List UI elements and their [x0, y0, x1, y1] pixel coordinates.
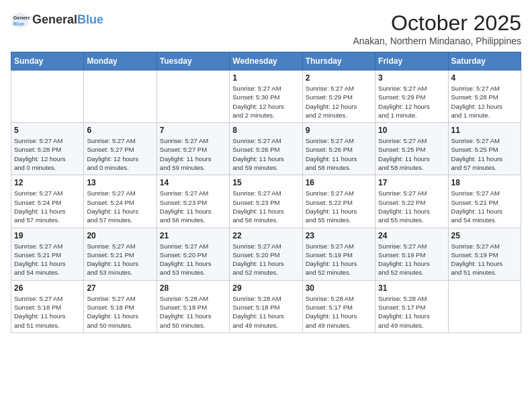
- day-number: 3: [378, 73, 445, 83]
- day-number: 31: [378, 283, 445, 293]
- table-row: 25Sunrise: 5:27 AM Sunset: 5:19 PM Dayli…: [448, 228, 521, 280]
- table-row: 4Sunrise: 5:27 AM Sunset: 5:28 PM Daylig…: [448, 71, 521, 123]
- table-row: 6Sunrise: 5:27 AM Sunset: 5:27 PM Daylig…: [84, 123, 157, 175]
- day-info: Sunrise: 5:27 AM Sunset: 5:24 PM Dayligh…: [14, 189, 81, 224]
- table-row: [157, 71, 229, 123]
- day-info: Sunrise: 5:27 AM Sunset: 5:27 PM Dayligh…: [160, 136, 226, 172]
- day-info: Sunrise: 5:27 AM Sunset: 5:29 PM Dayligh…: [306, 84, 372, 120]
- table-row: 22Sunrise: 5:27 AM Sunset: 5:20 PM Dayli…: [230, 228, 302, 280]
- day-number: 18: [451, 178, 518, 187]
- col-wednesday: Wednesday: [230, 52, 302, 71]
- day-info: Sunrise: 5:27 AM Sunset: 5:28 PM Dayligh…: [451, 84, 518, 120]
- table-row: 28Sunrise: 5:28 AM Sunset: 5:18 PM Dayli…: [157, 280, 229, 332]
- day-info: Sunrise: 5:27 AM Sunset: 5:21 PM Dayligh…: [451, 189, 518, 224]
- day-number: 22: [232, 231, 299, 240]
- table-row: 3Sunrise: 5:27 AM Sunset: 5:29 PM Daylig…: [375, 71, 448, 123]
- table-row: 27Sunrise: 5:27 AM Sunset: 5:18 PM Dayli…: [84, 280, 157, 332]
- day-number: 1: [232, 73, 299, 83]
- day-info: Sunrise: 5:27 AM Sunset: 5:26 PM Dayligh…: [232, 136, 299, 172]
- col-monday: Monday: [84, 52, 157, 71]
- day-number: 10: [378, 126, 445, 135]
- day-info: Sunrise: 5:27 AM Sunset: 5:30 PM Dayligh…: [232, 84, 299, 120]
- day-number: 11: [451, 126, 518, 135]
- day-info: Sunrise: 5:27 AM Sunset: 5:20 PM Dayligh…: [160, 242, 226, 277]
- table-row: 21Sunrise: 5:27 AM Sunset: 5:20 PM Dayli…: [157, 228, 229, 280]
- day-number: 30: [306, 283, 372, 293]
- table-row: 20Sunrise: 5:27 AM Sunset: 5:21 PM Dayli…: [84, 228, 157, 280]
- day-number: 9: [306, 126, 372, 135]
- calendar-week-row: 12Sunrise: 5:27 AM Sunset: 5:24 PM Dayli…: [11, 175, 521, 228]
- day-info: Sunrise: 5:27 AM Sunset: 5:19 PM Dayligh…: [378, 242, 445, 277]
- table-row: 8Sunrise: 5:27 AM Sunset: 5:26 PM Daylig…: [230, 123, 302, 175]
- table-row: 16Sunrise: 5:27 AM Sunset: 5:22 PM Dayli…: [302, 175, 375, 228]
- day-info: Sunrise: 5:27 AM Sunset: 5:18 PM Dayligh…: [87, 294, 153, 330]
- day-info: Sunrise: 5:27 AM Sunset: 5:18 PM Dayligh…: [14, 294, 81, 330]
- table-row: 19Sunrise: 5:27 AM Sunset: 5:21 PM Dayli…: [11, 228, 84, 280]
- table-row: [84, 71, 157, 123]
- table-row: 2Sunrise: 5:27 AM Sunset: 5:29 PM Daylig…: [302, 71, 375, 123]
- day-number: 2: [306, 73, 372, 83]
- table-row: 31Sunrise: 5:28 AM Sunset: 5:17 PM Dayli…: [375, 280, 448, 332]
- logo: General Blue GeneralBlue: [11, 11, 103, 30]
- table-row: [11, 71, 84, 123]
- table-row: 18Sunrise: 5:27 AM Sunset: 5:21 PM Dayli…: [448, 175, 521, 228]
- table-row: 15Sunrise: 5:27 AM Sunset: 5:23 PM Dayli…: [230, 175, 302, 228]
- calendar-table: Sunday Monday Tuesday Wednesday Thursday…: [11, 52, 521, 333]
- location-title: Anakan, Northern Mindanao, Philippines: [353, 36, 521, 46]
- table-row: 13Sunrise: 5:27 AM Sunset: 5:24 PM Dayli…: [84, 175, 157, 228]
- day-number: 28: [160, 283, 226, 293]
- table-row: 9Sunrise: 5:27 AM Sunset: 5:26 PM Daylig…: [302, 123, 375, 175]
- day-info: Sunrise: 5:27 AM Sunset: 5:22 PM Dayligh…: [306, 189, 372, 224]
- logo-icon: General Blue: [11, 11, 30, 30]
- col-thursday: Thursday: [302, 52, 375, 71]
- svg-text:General: General: [13, 15, 30, 21]
- calendar-week-row: 1Sunrise: 5:27 AM Sunset: 5:30 PM Daylig…: [11, 71, 521, 123]
- table-row: 12Sunrise: 5:27 AM Sunset: 5:24 PM Dayli…: [11, 175, 84, 228]
- day-info: Sunrise: 5:27 AM Sunset: 5:19 PM Dayligh…: [306, 242, 372, 277]
- logo-general-text: General: [32, 13, 77, 26]
- calendar-week-row: 19Sunrise: 5:27 AM Sunset: 5:21 PM Dayli…: [11, 228, 521, 280]
- day-info: Sunrise: 5:28 AM Sunset: 5:17 PM Dayligh…: [306, 294, 372, 330]
- calendar-week-row: 5Sunrise: 5:27 AM Sunset: 5:28 PM Daylig…: [11, 123, 521, 175]
- table-row: 14Sunrise: 5:27 AM Sunset: 5:23 PM Dayli…: [157, 175, 229, 228]
- day-info: Sunrise: 5:27 AM Sunset: 5:25 PM Dayligh…: [451, 136, 518, 172]
- table-row: 24Sunrise: 5:27 AM Sunset: 5:19 PM Dayli…: [375, 228, 448, 280]
- day-number: 17: [378, 178, 445, 187]
- table-row: 29Sunrise: 5:28 AM Sunset: 5:18 PM Dayli…: [230, 280, 302, 332]
- day-number: 12: [14, 178, 81, 187]
- day-info: Sunrise: 5:27 AM Sunset: 5:23 PM Dayligh…: [232, 189, 299, 224]
- day-info: Sunrise: 5:27 AM Sunset: 5:23 PM Dayligh…: [160, 189, 226, 224]
- day-number: 5: [14, 126, 81, 135]
- day-info: Sunrise: 5:28 AM Sunset: 5:18 PM Dayligh…: [160, 294, 226, 330]
- day-number: 7: [160, 126, 226, 135]
- table-row: 30Sunrise: 5:28 AM Sunset: 5:17 PM Dayli…: [302, 280, 375, 332]
- day-number: 23: [306, 231, 372, 240]
- table-row: 23Sunrise: 5:27 AM Sunset: 5:19 PM Dayli…: [302, 228, 375, 280]
- svg-text:Blue: Blue: [13, 21, 24, 27]
- day-info: Sunrise: 5:27 AM Sunset: 5:21 PM Dayligh…: [87, 242, 153, 277]
- calendar-header-row: Sunday Monday Tuesday Wednesday Thursday…: [11, 52, 521, 71]
- day-info: Sunrise: 5:27 AM Sunset: 5:29 PM Dayligh…: [378, 84, 445, 120]
- title-block: October 2025 Anakan, Northern Mindanao, …: [353, 11, 521, 46]
- day-number: 19: [14, 231, 81, 240]
- col-tuesday: Tuesday: [157, 52, 229, 71]
- day-info: Sunrise: 5:28 AM Sunset: 5:17 PM Dayligh…: [378, 294, 445, 330]
- col-saturday: Saturday: [448, 52, 521, 71]
- table-row: 26Sunrise: 5:27 AM Sunset: 5:18 PM Dayli…: [11, 280, 84, 332]
- table-row: [448, 280, 521, 332]
- day-info: Sunrise: 5:27 AM Sunset: 5:28 PM Dayligh…: [14, 136, 81, 172]
- day-info: Sunrise: 5:27 AM Sunset: 5:19 PM Dayligh…: [451, 242, 518, 277]
- day-number: 21: [160, 231, 226, 240]
- day-number: 27: [87, 283, 153, 293]
- calendar-week-row: 26Sunrise: 5:27 AM Sunset: 5:18 PM Dayli…: [11, 280, 521, 332]
- day-number: 6: [87, 126, 153, 135]
- day-info: Sunrise: 5:27 AM Sunset: 5:21 PM Dayligh…: [14, 242, 81, 277]
- day-number: 15: [232, 178, 299, 187]
- day-info: Sunrise: 5:27 AM Sunset: 5:25 PM Dayligh…: [378, 136, 445, 172]
- day-info: Sunrise: 5:27 AM Sunset: 5:26 PM Dayligh…: [306, 136, 372, 172]
- table-row: 11Sunrise: 5:27 AM Sunset: 5:25 PM Dayli…: [448, 123, 521, 175]
- day-number: 16: [306, 178, 372, 187]
- table-row: 17Sunrise: 5:27 AM Sunset: 5:22 PM Dayli…: [375, 175, 448, 228]
- day-number: 13: [87, 178, 153, 187]
- day-number: 8: [232, 126, 299, 135]
